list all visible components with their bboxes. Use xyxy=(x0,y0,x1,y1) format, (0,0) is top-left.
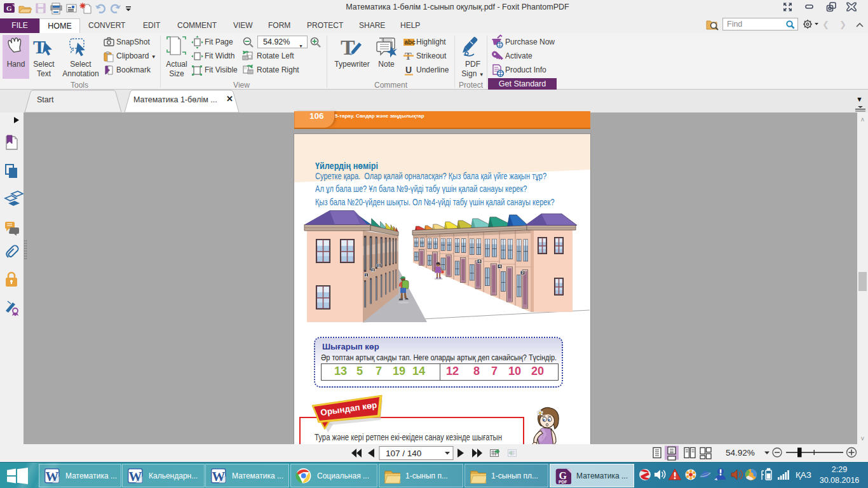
svg-text:T: T xyxy=(341,36,355,59)
svg-text:107 / 140: 107 / 140 xyxy=(386,449,421,458)
svg-text:3: 3 xyxy=(372,269,374,272)
svg-text:abc: abc xyxy=(405,39,416,46)
svg-text:1: 1 xyxy=(365,274,367,277)
svg-text:G: G xyxy=(6,4,12,12)
svg-text:5: 5 xyxy=(378,264,380,268)
svg-text:6: 6 xyxy=(478,259,480,263)
svg-text:U: U xyxy=(405,65,412,75)
svg-text:54.92%: 54.92% xyxy=(726,448,755,458)
svg-text:2: 2 xyxy=(522,271,524,274)
